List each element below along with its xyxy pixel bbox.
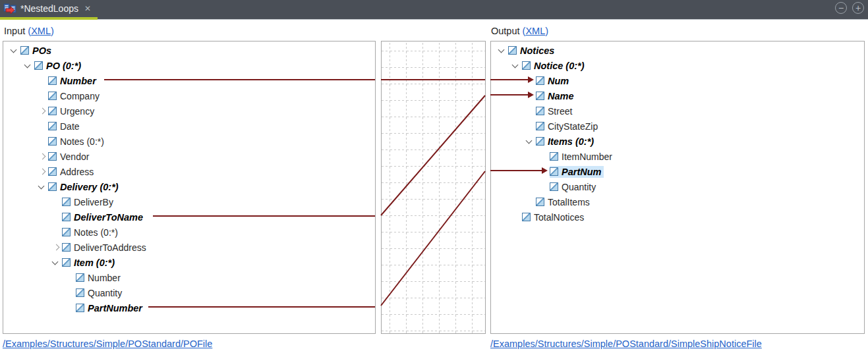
mapping-document-icon [3,3,16,14]
tree-node[interactable]: DeliverToAddress [3,240,375,255]
chevron-spacer [50,194,62,209]
input-xml-link[interactable]: XML [31,26,51,36]
chevron-spacer [524,103,536,119]
chevron-spacer [50,225,62,240]
chevron-down-icon[interactable] [50,255,62,270]
zoom-in-button[interactable]: + [852,2,864,14]
tree-node-label: Street [548,106,572,117]
tree-node-label: Company [60,91,100,101]
tree-node[interactable]: Number [3,270,375,285]
node: Date [48,121,82,132]
input-label: Input [4,26,25,36]
tree-node[interactable]: Quantity [3,285,375,300]
tree-node-label: TotalNotices [534,212,584,223]
element-icon [48,122,57,130]
element-icon [536,92,544,100]
view-zoom-controls: − + [835,2,864,14]
tree-node-label: DeliverBy [74,197,113,207]
tree-node[interactable]: ItemNumber [491,149,864,164]
tree-node[interactable]: Date [3,119,375,134]
tree-node[interactable]: DeliverBy [3,194,375,209]
mapping-canvas-panel[interactable] [381,41,486,334]
chevron-spacer [524,194,536,209]
element-icon [48,92,57,100]
node: Number [76,272,123,284]
tree-node[interactable]: Notes (0:*) [3,134,375,149]
element-icon [536,198,544,206]
tree-node[interactable]: CityStateZip [491,119,864,134]
tree-node-label: Quantity [88,288,122,298]
tree-node[interactable]: Name [491,88,864,103]
node: Notices [508,45,557,57]
node: Notes (0:*) [62,227,121,238]
node: Name [536,90,577,102]
chevron-spacer [538,179,550,194]
tree-node[interactable]: PartNum [491,164,864,179]
tree-node-label: TotalItems [548,197,590,207]
tab-nestedloops[interactable]: *NestedLoops ✕ [0,0,98,20]
chevron-right-icon[interactable] [36,103,48,119]
tree-node-label: Address [60,167,94,177]
element-icon [76,273,84,282]
node: TotalItems [536,196,593,208]
tree-node-label: Num [548,76,569,86]
tree-node[interactable]: POs [3,43,375,58]
tree-node[interactable]: PartNumber [3,300,375,315]
chevron-right-icon[interactable] [36,164,48,179]
tree-node[interactable]: Vendor [3,149,375,164]
chevron-down-icon[interactable] [496,43,508,58]
chevron-spacer [36,119,48,134]
mapper-window: *NestedLoops ✕ − + Input (XML) Output (X… [0,0,868,353]
chevron-right-icon[interactable] [36,149,48,164]
node: Delivery (0:*) [48,181,121,193]
tree-node-label: ItemNumber [562,151,612,162]
node: CityStateZip [536,121,600,132]
element-icon [62,258,71,267]
input-file-link[interactable]: /Examples/Structures/Simple/POStandard/P… [3,339,212,349]
chevron-spacer [64,270,76,285]
tree-node[interactable]: Urgency [3,103,375,119]
tree-node[interactable]: TotalItems [491,194,864,209]
tree-node[interactable]: Street [491,103,864,119]
chevron-down-icon[interactable] [510,58,522,73]
chevron-spacer [510,209,522,225]
tree-node[interactable]: Number [3,73,375,88]
element-icon [48,137,57,146]
chevron-down-icon[interactable] [36,179,48,194]
tree-node[interactable]: Num [491,73,864,88]
chevron-spacer [64,300,76,315]
node: Urgency [48,105,97,117]
output-file-link[interactable]: /Examples/Structures/Simple/POStandard/S… [490,339,762,349]
element-icon [550,182,558,191]
tree-node[interactable]: Notice (0:*) [491,58,864,73]
tree-node[interactable]: Items (0:*) [491,134,864,149]
paren-close: ) [51,26,54,36]
tree-node[interactable]: Item (0:*) [3,255,375,270]
chevron-right-icon[interactable] [50,240,62,255]
tree-node[interactable]: DeliverToName [3,209,375,225]
chevron-down-icon[interactable] [9,43,20,58]
tree-node[interactable]: Notices [491,43,864,58]
output-xml-link[interactable]: XML [525,26,545,36]
tree-node[interactable]: Company [3,88,375,103]
element-icon [48,167,57,176]
chevron-down-icon[interactable] [524,134,536,149]
node: ItemNumber [550,151,615,163]
tree-node[interactable]: Notes (0:*) [3,225,375,240]
element-icon [34,61,43,70]
zoom-out-button[interactable]: − [835,2,847,14]
tree-node[interactable]: Address [3,164,375,179]
tree-node-label: CityStateZip [548,121,598,132]
element-icon [536,122,544,130]
tree-node[interactable]: Delivery (0:*) [3,179,375,194]
tree-node[interactable]: Quantity [491,179,864,194]
element-icon [20,46,29,55]
chevron-spacer [524,119,536,134]
node: Vendor [48,151,92,163]
tree-node[interactable]: PO (0:*) [3,58,375,73]
chevron-down-icon[interactable] [22,58,34,73]
tree-node-label: Items (0:*) [548,136,594,147]
tab-close-icon[interactable]: ✕ [84,4,91,13]
selected-node: PartNum [550,166,604,178]
tree-node[interactable]: TotalNotices [491,209,864,225]
